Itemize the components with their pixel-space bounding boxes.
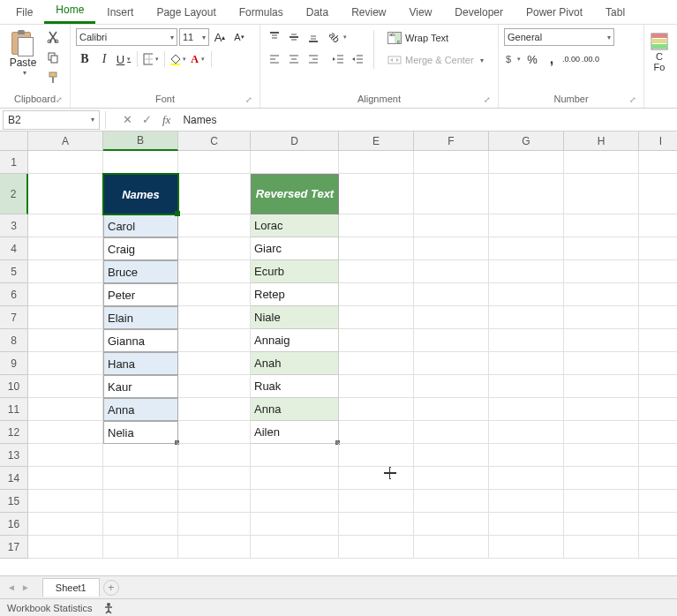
cell-C17[interactable] bbox=[178, 536, 251, 559]
row-header-11[interactable]: 11 bbox=[0, 398, 28, 421]
cell-F3[interactable] bbox=[414, 214, 489, 237]
tab-data[interactable]: Data bbox=[295, 1, 340, 24]
cell-A17[interactable] bbox=[28, 536, 103, 559]
cell-F12[interactable] bbox=[414, 421, 489, 444]
cell-I16[interactable] bbox=[639, 513, 677, 536]
cell-G7[interactable] bbox=[489, 306, 564, 329]
cell-B7[interactable]: Elain bbox=[103, 306, 178, 329]
row-header-15[interactable]: 15 bbox=[0, 490, 28, 513]
cell-C16[interactable] bbox=[178, 513, 251, 536]
cell-A2[interactable] bbox=[28, 174, 103, 214]
cell-D16[interactable] bbox=[251, 513, 339, 536]
cell-B3[interactable]: Carol bbox=[103, 214, 178, 237]
tab-formulas[interactable]: Formulas bbox=[228, 1, 295, 24]
increase-font-button[interactable]: A▴ bbox=[211, 28, 229, 46]
row-header-4[interactable]: 4 bbox=[0, 237, 28, 260]
cell-H9[interactable] bbox=[564, 352, 639, 375]
cell-D7[interactable]: Niale bbox=[251, 306, 339, 329]
cell-B5[interactable]: Bruce bbox=[103, 260, 178, 283]
cell-E4[interactable] bbox=[339, 237, 414, 260]
cell-H13[interactable] bbox=[564, 444, 639, 467]
percent-button[interactable]: % bbox=[523, 50, 541, 68]
cell-H3[interactable] bbox=[564, 214, 639, 237]
col-header-A[interactable]: A bbox=[28, 131, 103, 151]
cell-F17[interactable] bbox=[414, 536, 489, 559]
cell-A11[interactable] bbox=[28, 398, 103, 421]
tab-file[interactable]: File bbox=[4, 1, 44, 24]
cell-H5[interactable] bbox=[564, 260, 639, 283]
underline-button[interactable]: U▾ bbox=[115, 50, 132, 68]
cell-H10[interactable] bbox=[564, 375, 639, 398]
cell-I17[interactable] bbox=[639, 536, 677, 559]
cell-F9[interactable] bbox=[414, 352, 489, 375]
cell-H17[interactable] bbox=[564, 536, 639, 559]
cell-D12[interactable]: Ailen bbox=[251, 421, 339, 444]
cell-E13[interactable] bbox=[339, 444, 414, 467]
tab-developer[interactable]: Developer bbox=[443, 1, 515, 24]
cell-C6[interactable] bbox=[178, 283, 251, 306]
sheet-tab-sheet1[interactable]: Sheet1 bbox=[42, 578, 100, 597]
cell-F6[interactable] bbox=[414, 283, 489, 306]
merge-center-button[interactable]: Merge & Center▾ bbox=[381, 50, 490, 70]
cell-A6[interactable] bbox=[28, 283, 103, 306]
cell-F10[interactable] bbox=[414, 375, 489, 398]
cell-G14[interactable] bbox=[489, 467, 564, 490]
cell-B1[interactable] bbox=[103, 151, 178, 174]
cell-B8[interactable]: Gianna bbox=[103, 329, 178, 352]
borders-button[interactable]: ▾ bbox=[142, 50, 160, 68]
cell-H2[interactable] bbox=[564, 174, 639, 214]
cell-I10[interactable] bbox=[639, 375, 677, 398]
row-header-13[interactable]: 13 bbox=[0, 444, 28, 467]
name-box[interactable]: B2▾ bbox=[3, 110, 100, 130]
cell-I11[interactable] bbox=[639, 398, 677, 421]
cell-E16[interactable] bbox=[339, 513, 414, 536]
cell-I15[interactable] bbox=[639, 490, 677, 513]
cell-G8[interactable] bbox=[489, 329, 564, 352]
cell-E2[interactable] bbox=[339, 174, 414, 214]
cell-E3[interactable] bbox=[339, 214, 414, 237]
font-name-combo[interactable]: Calibri▾ bbox=[76, 28, 177, 46]
tab-review[interactable]: Review bbox=[340, 1, 397, 24]
row-header-9[interactable]: 9 bbox=[0, 352, 28, 375]
cell-I12[interactable] bbox=[639, 421, 677, 444]
col-header-I[interactable]: I bbox=[639, 131, 677, 151]
cell-C8[interactable] bbox=[178, 329, 251, 352]
cell-C9[interactable] bbox=[178, 352, 251, 375]
col-header-H[interactable]: H bbox=[564, 131, 639, 151]
fx-icon[interactable]: fx bbox=[162, 113, 170, 127]
cell-G17[interactable] bbox=[489, 536, 564, 559]
enter-formula-button[interactable]: ✓ bbox=[138, 111, 155, 129]
cell-A5[interactable] bbox=[28, 260, 103, 283]
number-format-combo[interactable]: General▾ bbox=[504, 28, 614, 46]
cell-B15[interactable] bbox=[103, 490, 178, 513]
cell-C15[interactable] bbox=[178, 490, 251, 513]
bold-button[interactable]: B bbox=[76, 50, 94, 68]
cell-I8[interactable] bbox=[639, 329, 677, 352]
formula-bar[interactable]: Names bbox=[177, 114, 677, 126]
cell-F2[interactable] bbox=[414, 174, 489, 214]
increase-indent-button[interactable] bbox=[349, 50, 366, 68]
cell-C7[interactable] bbox=[178, 306, 251, 329]
wrap-text-button[interactable]: abc Wrap Text bbox=[381, 28, 490, 48]
cell-I6[interactable] bbox=[639, 283, 677, 306]
sheet-nav-prev[interactable]: ◄ bbox=[7, 582, 16, 592]
cell-B6[interactable]: Peter bbox=[103, 283, 178, 306]
cell-C4[interactable] bbox=[178, 237, 251, 260]
cell-H8[interactable] bbox=[564, 329, 639, 352]
cell-F8[interactable] bbox=[414, 329, 489, 352]
cell-G5[interactable] bbox=[489, 260, 564, 283]
accounting-format-button[interactable]: $▾ bbox=[504, 50, 522, 68]
row-header-14[interactable]: 14 bbox=[0, 467, 28, 490]
fill-color-button[interactable]: ▾ bbox=[169, 50, 187, 68]
cell-D11[interactable]: Anna bbox=[251, 398, 339, 421]
cell-E14[interactable] bbox=[339, 467, 414, 490]
tab-power-pivot[interactable]: Power Pivot bbox=[515, 1, 594, 24]
row-header-5[interactable]: 5 bbox=[0, 260, 28, 283]
tab-table[interactable]: Tabl bbox=[594, 1, 636, 24]
expand-icon[interactable]: ⤢ bbox=[484, 95, 491, 104]
orientation-button[interactable]: ab▾ bbox=[329, 28, 347, 46]
format-painter-button[interactable] bbox=[44, 69, 62, 86]
row-header-6[interactable]: 6 bbox=[0, 283, 28, 306]
cell-F11[interactable] bbox=[414, 398, 489, 421]
cell-E15[interactable] bbox=[339, 490, 414, 513]
